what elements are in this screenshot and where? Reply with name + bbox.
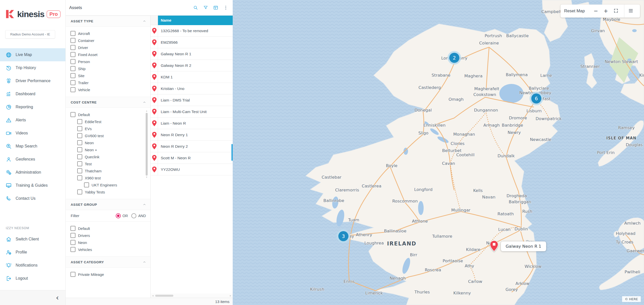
map-label: Ballycastle [506, 33, 529, 38]
account-selector[interactable]: Radius Demo Account - IE [5, 30, 55, 38]
filter-checkbox-item[interactable]: Trailer [70, 79, 150, 86]
filter-checkbox-item[interactable]: UKT Engineers [70, 181, 150, 188]
panel-body: ASSET TYPE Aircraft [66, 16, 233, 298]
reset-map-button[interactable]: Reset Map [564, 9, 585, 14]
asset-row[interactable]: EMZ8566 [151, 37, 233, 48]
asset-row[interactable]: YY22OWU [151, 164, 233, 175]
filter-section-header[interactable]: ASSET GROUP [66, 199, 150, 210]
map-cluster-marker[interactable]: 2 [449, 53, 459, 63]
logout-icon [6, 275, 12, 282]
asset-row[interactable]: Liam - Neon R [151, 118, 233, 129]
kebab-menu-icon[interactable] [223, 5, 228, 10]
sidebar-item-label: Notifications [16, 263, 37, 268]
checkbox [77, 161, 82, 166]
map-label: Portlaoise [443, 259, 463, 263]
filter-checkbox-item[interactable]: Private Mileage [70, 271, 150, 278]
asset-map-pin[interactable] [489, 240, 499, 252]
asset-row[interactable]: Galway Neon R 2 [151, 60, 233, 71]
filter-checkbox-item[interactable]: Neon + [70, 146, 150, 153]
sidebar-item-switch-client[interactable]: Switch Client [0, 233, 65, 246]
asset-row[interactable]: Scott M - Neon R [151, 152, 233, 164]
sidebar-item-label: Dashboard [16, 92, 35, 96]
filter-checkbox-item[interactable]: Test [70, 160, 150, 167]
sidebar-item-live-map[interactable]: Live Map [0, 48, 65, 61]
filter-checkbox-item[interactable]: Container [70, 37, 150, 44]
sidebar-item-driver-performance[interactable]: Driver Performance [0, 74, 65, 87]
sidebar-item-trip-history[interactable]: Trip History [0, 61, 65, 74]
filter-checkbox-item[interactable]: X960 test [70, 174, 150, 181]
sidebar-item-videos[interactable]: Videos [0, 127, 65, 140]
name-column-header[interactable]: Name [158, 16, 233, 25]
sidebar-item-logout[interactable]: Logout [0, 272, 65, 285]
sidebar-item-reporting[interactable]: Reporting [0, 100, 65, 114]
filter-checkbox-item[interactable]: EVs [70, 125, 150, 132]
filter-mode-radio[interactable]: AND [131, 213, 146, 218]
filter-checkbox-item[interactable]: Neon [70, 139, 150, 146]
asset-row[interactable]: Liam - Multi-Cam Test Unit [151, 106, 233, 118]
filter-section-header[interactable]: ASSET TYPE [66, 16, 150, 27]
zoom-out-button[interactable]: − [594, 9, 598, 14]
sidebar-item-label: Contact Us [16, 196, 35, 201]
sidebar-item-label: Reporting [16, 105, 33, 109]
filter-checkbox-item[interactable]: Thatcham [70, 167, 150, 174]
map-cluster-marker[interactable]: 6 [531, 93, 541, 104]
filter-checkbox-item[interactable]: Default [70, 111, 150, 118]
filter-checkbox-item[interactable]: Driver [70, 44, 150, 51]
filter-section-header[interactable]: ASSET CATEGORY [66, 257, 150, 268]
checkbox [77, 140, 82, 145]
asset-row[interactable]: 132G2668 - To be removed [151, 25, 233, 37]
filter-checkbox-item[interactable]: Neon [70, 239, 150, 246]
filter-checkbox-item[interactable]: Fixed Asset [70, 51, 150, 58]
checkbox [70, 87, 75, 92]
filter-checkbox-item[interactable]: Queclink [70, 153, 150, 160]
filter-checkbox-item[interactable]: Ship [70, 65, 150, 72]
live-map[interactable]: CampbeltownMayboleGirvanPortrushBallycas… [233, 0, 644, 305]
sidebar-item-alerts[interactable]: Alerts [0, 114, 65, 127]
asset-name: Kristian - Uno [158, 83, 233, 94]
filter-checkbox-item[interactable]: Default [70, 225, 150, 232]
panel-toolbar [193, 5, 228, 10]
filter-checkbox-item[interactable]: Vehicles [70, 246, 150, 253]
filter-checkbox-item[interactable]: EddieTest [70, 118, 150, 125]
filter-checkbox-item[interactable]: Yabby Tests [70, 188, 150, 195]
filter-checkbox-item[interactable]: Vehicle [70, 86, 150, 93]
cost-centre-scrollbar[interactable]: ▲ ▼ [145, 110, 148, 197]
map-label: Holyhead [616, 231, 635, 236]
map-label: Birr [410, 252, 417, 257]
list-horizontal-scrollbar[interactable]: ◄ ► [151, 293, 233, 298]
filter-section-header[interactable]: COST CENTRE [66, 97, 150, 108]
map-layers-button[interactable] [628, 8, 633, 14]
fullscreen-button[interactable] [614, 8, 618, 14]
search-icon[interactable] [193, 5, 198, 10]
sidebar-item-dashboard[interactable]: Dashboard [0, 87, 65, 100]
sidebar-item-notifications[interactable]: Notifications [0, 259, 65, 272]
sidebar-item-map-search[interactable]: Map Search [0, 140, 65, 153]
sidebar-item-profile[interactable]: Profile [0, 246, 65, 259]
filter-funnel-icon[interactable] [203, 5, 208, 10]
checkbox-label: Neon [78, 240, 87, 245]
asset-row[interactable]: Kristian - Uno [151, 83, 233, 94]
filter-checkbox-item[interactable]: Person [70, 58, 150, 65]
asset-row[interactable]: Galway Neon R 1 [151, 48, 233, 60]
list-vertical-scrollbar[interactable] [231, 144, 233, 161]
filter-checkbox-item[interactable]: Aircraft [70, 30, 150, 37]
sidebar-item-contact-us[interactable]: Contact Us [0, 192, 65, 205]
zoom-in-button[interactable]: + [603, 9, 608, 14]
checkbox [77, 175, 82, 180]
filter-checkbox-item[interactable]: GV600 test [70, 132, 150, 139]
asset-row[interactable]: Liam - DMS Trial [151, 94, 233, 106]
sidebar-item-geofences[interactable]: Geofences [0, 153, 65, 166]
filter-checkbox-item[interactable]: Site [70, 72, 150, 79]
map-cluster-marker[interactable]: 3 [338, 231, 348, 241]
map-label: Ballinrobe [324, 198, 344, 203]
table-columns-icon[interactable] [213, 5, 218, 10]
filter-mode-radio[interactable]: OR [116, 213, 128, 218]
map-label: Maghera [464, 74, 482, 78]
collapse-sidebar-icon[interactable]: ‹ [56, 294, 59, 301]
asset-row[interactable]: KDM 1 [151, 71, 233, 83]
sidebar-item-administration[interactable]: Administration [0, 166, 65, 179]
sidebar-item-training-guides[interactable]: Training & Guides [0, 179, 65, 192]
filter-checkbox-item[interactable]: Drivers [70, 232, 150, 239]
asset-row[interactable]: Neon R Derry 1 [151, 129, 233, 141]
asset-row[interactable]: Neon R Derry 2 [151, 141, 233, 152]
